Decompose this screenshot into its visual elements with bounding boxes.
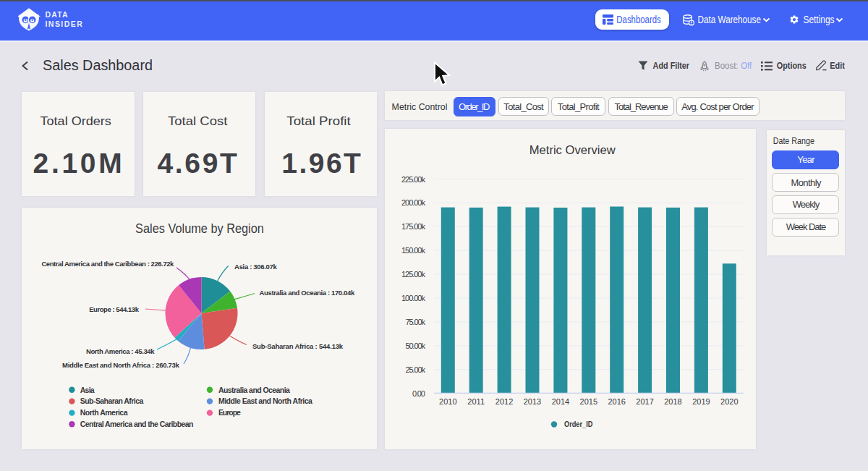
svg-text:2012: 2012 — [495, 397, 513, 406]
svg-text:Settings: Settings — [804, 14, 835, 25]
svg-text:Sales Volume by Region: Sales Volume by Region — [135, 221, 264, 236]
svg-text:2.10M: 2.10M — [33, 148, 122, 179]
svg-text:Week Date: Week Date — [786, 221, 827, 232]
svg-text:Central America and the Caribb: Central America and the Caribbean : 226.… — [41, 260, 174, 268]
svg-text:Year: Year — [797, 154, 815, 165]
svg-text:Middle East and North Africa: Middle East and North Africa — [218, 396, 312, 405]
svg-text:Add Filter: Add Filter — [653, 61, 690, 71]
svg-text:Metric Overview: Metric Overview — [529, 144, 616, 156]
svg-text:2017: 2017 — [636, 397, 653, 406]
svg-text:Options: Options — [777, 61, 807, 71]
svg-text:4.69T: 4.69T — [157, 148, 237, 179]
svg-text:2020: 2020 — [720, 397, 738, 406]
svg-text:225.00k: 225.00k — [401, 175, 425, 184]
svg-text:Australia and Oceania : 170.04: Australia and Oceania : 170.04k — [260, 289, 355, 297]
svg-text:Asia: Asia — [80, 386, 95, 394]
svg-text:2016: 2016 — [608, 397, 625, 406]
svg-text:2010: 2010 — [439, 397, 456, 406]
svg-text:Australia and Oceania: Australia and Oceania — [218, 386, 290, 394]
svg-text:INSIDER: INSIDER — [46, 20, 83, 28]
svg-text:Total Cost: Total Cost — [168, 114, 227, 128]
svg-text:Edit: Edit — [830, 61, 845, 71]
svg-text:50.00k: 50.00k — [405, 341, 425, 350]
svg-text:2013: 2013 — [524, 397, 541, 406]
svg-text:150.00k: 150.00k — [401, 246, 425, 255]
svg-text:2011: 2011 — [467, 397, 485, 406]
svg-text:Asia : 306.07k: Asia : 306.07k — [234, 263, 277, 271]
svg-text:2018: 2018 — [664, 397, 681, 406]
svg-text:1.96T: 1.96T — [281, 148, 361, 179]
svg-text:Total_Revenue: Total_Revenue — [615, 101, 668, 112]
svg-text:Middle East and North Africa :: Middle East and North Africa : 260.73k — [62, 361, 180, 369]
svg-text:175.00k: 175.00k — [401, 222, 425, 231]
svg-text:2015: 2015 — [580, 397, 597, 406]
svg-text:75.00k: 75.00k — [405, 318, 425, 326]
svg-text:Total_Profit: Total_Profit — [558, 101, 600, 112]
svg-text:Europe : 544.13k: Europe : 544.13k — [89, 305, 140, 313]
svg-text:100.00k: 100.00k — [401, 294, 425, 302]
svg-text:Date Range: Date Range — [773, 135, 814, 146]
svg-text:Order_ID: Order_ID — [564, 420, 592, 428]
svg-text:2014: 2014 — [552, 397, 569, 406]
svg-text:200.00k: 200.00k — [401, 198, 425, 207]
svg-text:Total Profit: Total Profit — [286, 114, 351, 128]
svg-text:North America: North America — [80, 408, 128, 417]
svg-text:Sub-Saharan Africa: Sub-Saharan Africa — [80, 396, 144, 405]
svg-text:North America : 45.34k: North America : 45.34k — [86, 347, 155, 355]
svg-text:Total Orders: Total Orders — [41, 114, 111, 128]
svg-text:Boost:: Boost: — [715, 61, 739, 71]
svg-text:125.00k: 125.00k — [401, 270, 425, 279]
svg-text:Off: Off — [741, 61, 752, 71]
svg-text:Sales Dashboard: Sales Dashboard — [43, 56, 153, 73]
svg-text:Monthly: Monthly — [791, 177, 822, 188]
svg-text:Weekly: Weekly — [793, 199, 820, 210]
svg-text:2019: 2019 — [692, 397, 710, 406]
svg-text:Total_Cost: Total_Cost — [503, 101, 544, 112]
svg-text:Avg. Cost per Order: Avg. Cost per Order — [681, 101, 754, 112]
svg-text:Sub-Saharan Africa : 544.13k: Sub-Saharan Africa : 544.13k — [252, 342, 344, 350]
svg-text:25.00k: 25.00k — [405, 365, 425, 374]
svg-text:DATA: DATA — [46, 10, 69, 19]
svg-text:Metric Control: Metric Control — [392, 101, 448, 112]
svg-text:Dashboards: Dashboards — [616, 14, 661, 25]
svg-text:Europe: Europe — [218, 408, 241, 417]
svg-text:Data Warehouse: Data Warehouse — [698, 14, 762, 25]
svg-text:Central America and the Caribb: Central America and the Caribbean — [80, 420, 194, 428]
svg-text:0.00: 0.00 — [412, 389, 425, 398]
svg-text:Order_ID: Order_ID — [459, 101, 490, 112]
